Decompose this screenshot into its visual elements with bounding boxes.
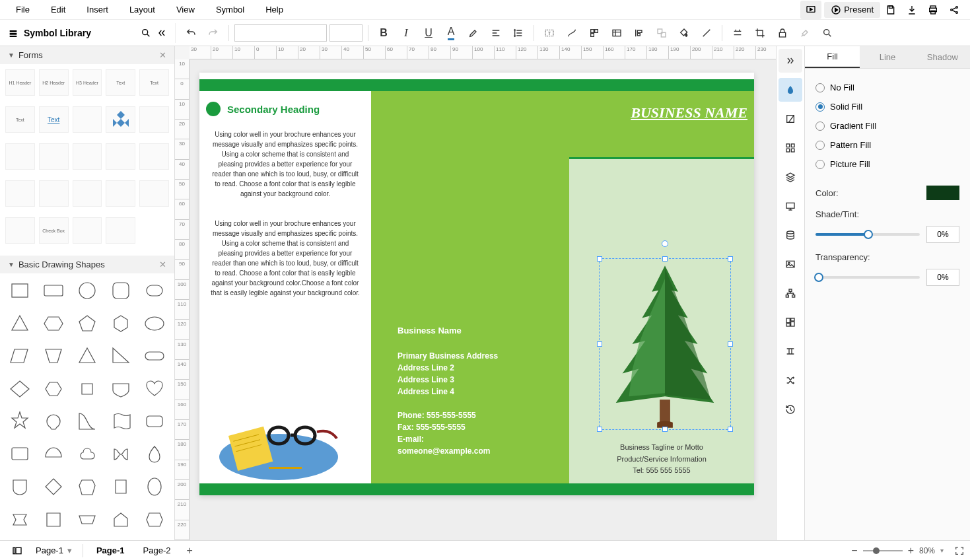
add-page-button[interactable]: +	[180, 541, 199, 561]
radio-no-fill[interactable]: No Fill	[815, 78, 959, 97]
shape-thumb[interactable]	[39, 508, 67, 532]
shape-thumb[interactable]	[5, 377, 34, 401]
clipart-desk-image[interactable]	[213, 404, 345, 483]
menu-layout[interactable]: Layout	[119, 1, 166, 18]
radio-gradient-fill[interactable]: Gradient Fill	[815, 116, 959, 135]
shape-thumb[interactable]	[5, 279, 34, 302]
zoom-in-button[interactable]: +	[908, 545, 914, 557]
biz-line4[interactable]: Address Line 4	[398, 386, 498, 398]
shape-thumb[interactable]	[5, 344, 34, 368]
shape-thumb[interactable]	[107, 409, 135, 433]
form-thumb[interactable]: H1 Header	[5, 69, 35, 96]
shape-thumb[interactable]	[141, 475, 169, 499]
form-thumb[interactable]	[139, 180, 169, 207]
tel[interactable]: Tel: 555 555 5555	[569, 465, 754, 477]
table-button[interactable]	[607, 23, 627, 43]
shape-thumb[interactable]	[5, 409, 34, 433]
form-thumb[interactable]: H2 Header	[39, 69, 69, 96]
form-thumb[interactable]	[139, 143, 169, 170]
close-category-icon[interactable]: ✕	[159, 50, 166, 60]
menu-symbol[interactable]: Symbol	[205, 1, 255, 18]
slideshow-icon-button[interactable]	[800, 1, 821, 19]
spacing-icon[interactable]	[779, 339, 802, 363]
biz-email[interactable]: someone@example.com	[398, 445, 498, 457]
shape-tool-icon[interactable]	[779, 107, 802, 131]
shape-thumb[interactable]	[73, 508, 101, 532]
shape-thumb[interactable]	[39, 442, 67, 466]
radio-solid-fill[interactable]: Solid Fill	[815, 97, 959, 116]
rotate-handle[interactable]	[662, 240, 668, 247]
shape-thumb[interactable]	[5, 508, 34, 532]
form-thumb[interactable]: Check Box	[39, 217, 69, 244]
page-selector[interactable]: Page-1▾	[29, 545, 79, 555]
radio-picture-fill[interactable]: Picture Fill	[815, 155, 959, 174]
shape-thumb[interactable]	[5, 475, 34, 499]
transparency-slider[interactable]	[815, 276, 920, 279]
bold-button[interactable]: B	[374, 23, 394, 43]
shape-thumb[interactable]	[39, 409, 67, 433]
tab-fill[interactable]: Fill	[805, 46, 860, 68]
product-info[interactable]: Product/Service Information	[569, 454, 754, 466]
shape-thumb[interactable]	[39, 279, 67, 302]
form-thumb[interactable]: H3 Header	[73, 69, 102, 96]
align-text-button[interactable]	[486, 23, 506, 43]
form-thumb[interactable]	[73, 143, 102, 170]
shape-thumb[interactable]	[73, 475, 101, 499]
biz-line3[interactable]: Address Line 3	[398, 374, 498, 386]
page-view-icon[interactable]	[5, 545, 29, 556]
search-library-icon[interactable]	[141, 28, 151, 38]
resize-handle-se[interactable]	[728, 427, 733, 432]
shade-value[interactable]: 0%	[926, 226, 959, 243]
shape-thumb[interactable]	[141, 409, 169, 433]
connector-button[interactable]	[562, 23, 582, 43]
group-button[interactable]	[652, 23, 672, 43]
form-thumb[interactable]	[106, 143, 135, 170]
shape-thumb[interactable]	[73, 344, 101, 368]
font-color-button[interactable]: A	[441, 23, 461, 43]
biz-email-label[interactable]: E-mail:	[398, 433, 498, 445]
shape-thumb[interactable]	[107, 344, 135, 368]
highlight-button[interactable]	[464, 23, 483, 43]
shape-thumb[interactable]	[141, 508, 169, 532]
redo-button[interactable]	[203, 23, 223, 43]
tools-button[interactable]	[795, 23, 815, 43]
form-thumb[interactable]	[139, 106, 169, 133]
biz-line2[interactable]: Address Line 2	[398, 362, 498, 374]
distribute-button[interactable]	[728, 23, 747, 43]
form-thumb[interactable]: Text	[106, 69, 135, 96]
undo-button[interactable]	[181, 23, 201, 43]
form-thumb[interactable]	[5, 180, 35, 207]
print-icon[interactable]	[922, 1, 944, 19]
canvas-area[interactable]: 3020100102030405060708090100110120130140…	[175, 46, 776, 540]
form-thumb[interactable]	[5, 217, 35, 244]
selected-tree-shape[interactable]	[599, 258, 731, 430]
radio-pattern-fill[interactable]: Pattern Fill	[815, 135, 959, 155]
multi-page-button[interactable]	[584, 23, 604, 43]
italic-button[interactable]: I	[396, 23, 416, 43]
shape-thumb[interactable]	[107, 442, 135, 466]
fullscreen-icon[interactable]	[954, 545, 965, 556]
transparency-value[interactable]: 0%	[926, 269, 959, 286]
tagline[interactable]: Business Tagline or Motto	[569, 442, 754, 454]
business-name-header[interactable]: BUSINESS NAME	[569, 104, 747, 122]
shape-thumb[interactable]	[73, 279, 101, 302]
shape-thumb[interactable]	[73, 442, 101, 466]
form-thumb[interactable]	[106, 217, 135, 244]
biz-name[interactable]: Business Name	[398, 324, 498, 337]
document-page[interactable]: Secondary Heading Using color well in yo…	[199, 73, 754, 495]
paragraph-1[interactable]: Using color well in your brochure enhanc…	[206, 129, 364, 199]
menu-file[interactable]: File	[5, 1, 40, 18]
fill-tool-icon[interactable]	[779, 78, 802, 102]
menu-view[interactable]: View	[166, 1, 205, 18]
tab-line[interactable]: Line	[860, 46, 915, 68]
zoom-out-button[interactable]: −	[851, 545, 857, 557]
shape-thumb[interactable]	[73, 312, 101, 335]
form-thumb[interactable]	[106, 180, 135, 207]
category-forms-header[interactable]: ▼ Forms ✕	[0, 46, 174, 64]
secondary-heading[interactable]: Secondary Heading	[227, 104, 320, 115]
share-icon[interactable]	[944, 1, 965, 19]
page-tab-1[interactable]: Page-1	[87, 542, 134, 559]
download-icon[interactable]	[901, 1, 922, 19]
shape-thumb[interactable]	[107, 475, 135, 499]
shape-thumb[interactable]	[39, 344, 67, 368]
